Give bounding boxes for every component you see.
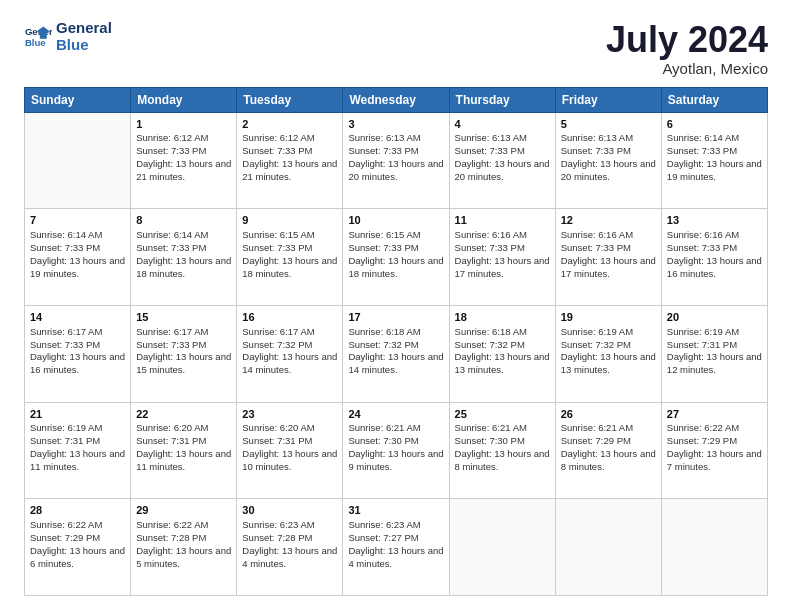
daylight-text: Daylight: 13 hours and 10 minutes. [242, 448, 337, 472]
sunset-text: Sunset: 7:30 PM [455, 435, 525, 446]
sunrise-text: Sunrise: 6:20 AM [136, 422, 208, 433]
sunset-text: Sunset: 7:32 PM [455, 339, 525, 350]
day-number: 3 [348, 117, 443, 132]
sunset-text: Sunset: 7:31 PM [30, 435, 100, 446]
calendar-weekday-thursday: Thursday [449, 87, 555, 112]
logo: General Blue General Blue [24, 20, 112, 53]
page: General Blue General Blue July 2024 Ayot… [0, 0, 792, 612]
calendar-weekday-tuesday: Tuesday [237, 87, 343, 112]
sunset-text: Sunset: 7:33 PM [30, 242, 100, 253]
calendar-cell: 10Sunrise: 6:15 AMSunset: 7:33 PMDayligh… [343, 209, 449, 306]
sunset-text: Sunset: 7:33 PM [348, 242, 418, 253]
sunset-text: Sunset: 7:30 PM [348, 435, 418, 446]
day-number: 11 [455, 213, 550, 228]
day-number: 28 [30, 503, 125, 518]
calendar-weekday-friday: Friday [555, 87, 661, 112]
sunset-text: Sunset: 7:31 PM [242, 435, 312, 446]
calendar-cell: 24Sunrise: 6:21 AMSunset: 7:30 PMDayligh… [343, 402, 449, 499]
sunset-text: Sunset: 7:33 PM [30, 339, 100, 350]
daylight-text: Daylight: 13 hours and 21 minutes. [136, 158, 231, 182]
daylight-text: Daylight: 13 hours and 20 minutes. [561, 158, 656, 182]
logo-line2: Blue [56, 37, 112, 54]
calendar-cell: 29Sunrise: 6:22 AMSunset: 7:28 PMDayligh… [131, 499, 237, 596]
sunrise-text: Sunrise: 6:13 AM [561, 132, 633, 143]
day-number: 27 [667, 407, 762, 422]
sunrise-text: Sunrise: 6:13 AM [348, 132, 420, 143]
calendar-cell [449, 499, 555, 596]
sunrise-text: Sunrise: 6:15 AM [348, 229, 420, 240]
calendar-week-row: 21Sunrise: 6:19 AMSunset: 7:31 PMDayligh… [25, 402, 768, 499]
sunset-text: Sunset: 7:31 PM [667, 339, 737, 350]
daylight-text: Daylight: 13 hours and 5 minutes. [136, 545, 231, 569]
daylight-text: Daylight: 13 hours and 17 minutes. [561, 255, 656, 279]
daylight-text: Daylight: 13 hours and 18 minutes. [242, 255, 337, 279]
day-number: 7 [30, 213, 125, 228]
sunset-text: Sunset: 7:28 PM [136, 532, 206, 543]
day-number: 26 [561, 407, 656, 422]
calendar-cell: 18Sunrise: 6:18 AMSunset: 7:32 PMDayligh… [449, 305, 555, 402]
day-number: 14 [30, 310, 125, 325]
sunrise-text: Sunrise: 6:18 AM [455, 326, 527, 337]
daylight-text: Daylight: 13 hours and 16 minutes. [30, 351, 125, 375]
day-number: 12 [561, 213, 656, 228]
calendar-cell: 22Sunrise: 6:20 AMSunset: 7:31 PMDayligh… [131, 402, 237, 499]
calendar-cell: 15Sunrise: 6:17 AMSunset: 7:33 PMDayligh… [131, 305, 237, 402]
sunrise-text: Sunrise: 6:19 AM [667, 326, 739, 337]
sunrise-text: Sunrise: 6:13 AM [455, 132, 527, 143]
daylight-text: Daylight: 13 hours and 13 minutes. [561, 351, 656, 375]
sunset-text: Sunset: 7:29 PM [30, 532, 100, 543]
sunset-text: Sunset: 7:33 PM [667, 145, 737, 156]
calendar-cell: 4Sunrise: 6:13 AMSunset: 7:33 PMDaylight… [449, 112, 555, 209]
calendar-weekday-sunday: Sunday [25, 87, 131, 112]
sunrise-text: Sunrise: 6:14 AM [667, 132, 739, 143]
calendar-cell: 31Sunrise: 6:23 AMSunset: 7:27 PMDayligh… [343, 499, 449, 596]
day-number: 8 [136, 213, 231, 228]
calendar-week-row: 14Sunrise: 6:17 AMSunset: 7:33 PMDayligh… [25, 305, 768, 402]
calendar-cell: 17Sunrise: 6:18 AMSunset: 7:32 PMDayligh… [343, 305, 449, 402]
daylight-text: Daylight: 13 hours and 9 minutes. [348, 448, 443, 472]
sunrise-text: Sunrise: 6:16 AM [667, 229, 739, 240]
daylight-text: Daylight: 13 hours and 13 minutes. [455, 351, 550, 375]
day-number: 23 [242, 407, 337, 422]
sunset-text: Sunset: 7:33 PM [242, 145, 312, 156]
calendar-table: SundayMondayTuesdayWednesdayThursdayFrid… [24, 87, 768, 596]
day-number: 18 [455, 310, 550, 325]
day-number: 30 [242, 503, 337, 518]
day-number: 17 [348, 310, 443, 325]
daylight-text: Daylight: 13 hours and 8 minutes. [455, 448, 550, 472]
daylight-text: Daylight: 13 hours and 6 minutes. [30, 545, 125, 569]
daylight-text: Daylight: 13 hours and 4 minutes. [348, 545, 443, 569]
calendar-cell: 11Sunrise: 6:16 AMSunset: 7:33 PMDayligh… [449, 209, 555, 306]
sunset-text: Sunset: 7:33 PM [136, 242, 206, 253]
daylight-text: Daylight: 13 hours and 15 minutes. [136, 351, 231, 375]
calendar-cell [555, 499, 661, 596]
daylight-text: Daylight: 13 hours and 11 minutes. [30, 448, 125, 472]
header: General Blue General Blue July 2024 Ayot… [24, 20, 768, 77]
calendar-cell: 27Sunrise: 6:22 AMSunset: 7:29 PMDayligh… [661, 402, 767, 499]
calendar-cell [25, 112, 131, 209]
daylight-text: Daylight: 13 hours and 11 minutes. [136, 448, 231, 472]
day-number: 20 [667, 310, 762, 325]
daylight-text: Daylight: 13 hours and 16 minutes. [667, 255, 762, 279]
calendar-cell: 9Sunrise: 6:15 AMSunset: 7:33 PMDaylight… [237, 209, 343, 306]
day-number: 2 [242, 117, 337, 132]
logo-icon: General Blue [24, 23, 52, 51]
sunrise-text: Sunrise: 6:17 AM [242, 326, 314, 337]
sunset-text: Sunset: 7:32 PM [348, 339, 418, 350]
daylight-text: Daylight: 13 hours and 7 minutes. [667, 448, 762, 472]
title-block: July 2024 Ayotlan, Mexico [606, 20, 768, 77]
sunrise-text: Sunrise: 6:22 AM [136, 519, 208, 530]
sunrise-text: Sunrise: 6:14 AM [30, 229, 102, 240]
calendar-cell: 3Sunrise: 6:13 AMSunset: 7:33 PMDaylight… [343, 112, 449, 209]
sunrise-text: Sunrise: 6:12 AM [242, 132, 314, 143]
daylight-text: Daylight: 13 hours and 14 minutes. [242, 351, 337, 375]
day-number: 5 [561, 117, 656, 132]
day-number: 13 [667, 213, 762, 228]
sunrise-text: Sunrise: 6:23 AM [348, 519, 420, 530]
logo-line1: General [56, 20, 112, 37]
day-number: 31 [348, 503, 443, 518]
day-number: 1 [136, 117, 231, 132]
day-number: 19 [561, 310, 656, 325]
calendar-cell: 16Sunrise: 6:17 AMSunset: 7:32 PMDayligh… [237, 305, 343, 402]
day-number: 25 [455, 407, 550, 422]
